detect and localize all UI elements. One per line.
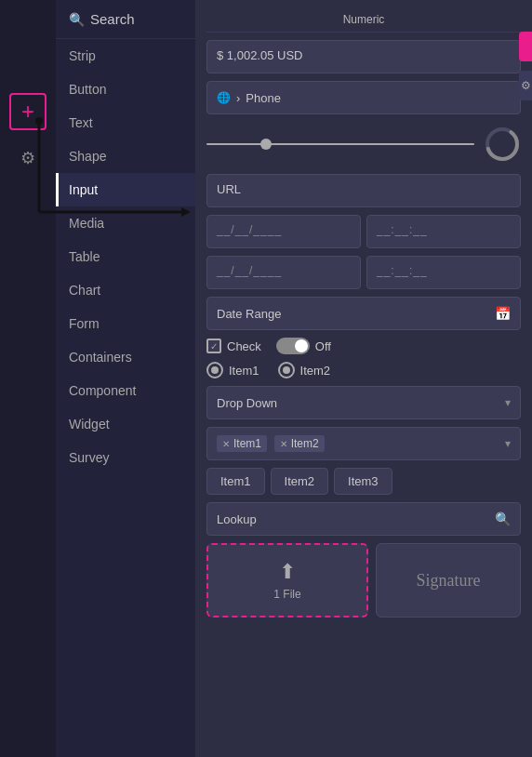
sidebar-item-form[interactable]: Form [56, 307, 195, 340]
date-time-row-1: __/__/____ __:__:__ [206, 215, 521, 248]
time-value-1: __:__:__ [377, 223, 428, 236]
url-label: URL [217, 182, 241, 196]
radio-inner-2 [283, 366, 290, 374]
button-group-item-3[interactable]: Item3 [334, 468, 392, 495]
phone-dropdown-arrow: › [236, 91, 240, 105]
currency-value: $ 1,002.05 USD [217, 48, 303, 62]
tag-remove-icon-1[interactable]: ✕ [222, 439, 230, 449]
radio-outer-2[interactable] [278, 362, 295, 378]
radio-outer-1[interactable] [206, 362, 223, 378]
sidebar-item-media[interactable]: Media [56, 206, 195, 240]
sidebar-item-table[interactable]: Table [56, 240, 195, 273]
date-range-input[interactable]: Date Range 📅 [206, 297, 521, 330]
lookup-label: Lookup [217, 512, 257, 526]
button-group-item-2[interactable]: Item2 [271, 468, 329, 495]
check-toggle-row: ✓ Check Off [206, 338, 521, 354]
lookup-search-icon: 🔍 [495, 511, 511, 526]
plus-icon: + [21, 100, 34, 123]
gear-accent-icon: ⚙ [521, 79, 531, 92]
search-icon: 🔍 [69, 12, 85, 27]
left-panel: + ⚙ [0, 0, 56, 757]
toggle-track[interactable] [276, 338, 310, 354]
numeric-label: Numeric [206, 7, 521, 33]
time-value-2: __:__:__ [377, 264, 428, 277]
gear-accent: ⚙ [519, 71, 532, 100]
dropdown-field[interactable]: Drop Down ▾ [206, 386, 521, 419]
radio-row: Item1 Item2 [206, 362, 521, 378]
checkmark-icon: ✓ [210, 341, 218, 352]
sidebar-item-strip[interactable]: Strip [56, 39, 195, 73]
sidebar-item-survey[interactable]: Survey [56, 441, 195, 474]
url-input[interactable]: URL [206, 174, 521, 207]
sidebar-item-containers[interactable]: Containers [56, 340, 195, 374]
phone-label: Phone [246, 91, 281, 105]
date-input-2[interactable]: __/__/____ [206, 256, 361, 289]
upload-icon: ⬆ [279, 560, 296, 584]
slider-thumb[interactable] [260, 139, 272, 150]
radio-label-1: Item1 [229, 364, 259, 378]
sidebar-item-chart[interactable]: Chart [56, 273, 195, 307]
sidebar-item-widget[interactable]: Widget [56, 407, 195, 441]
upload-label: 1 File [273, 588, 300, 601]
url-field-row: URL [206, 174, 521, 207]
signature-box[interactable]: Signature [376, 543, 521, 618]
date-time-row-2: __/__/____ __:__:__ [206, 256, 521, 289]
search-label: Search [90, 11, 135, 27]
radio-item-2[interactable]: Item2 [278, 362, 331, 378]
phone-input[interactable]: 🌐 › Phone [206, 81, 521, 114]
toggle-label: Off [315, 339, 331, 353]
multiselect-field[interactable]: ✕ Item1 ✕ Item2 ▾ [206, 427, 521, 460]
currency-field-row: $ 1,002.05 USD [206, 40, 521, 73]
main-content: Numeric $ 1,002.05 USD 🌐 › Phone URL __/ [195, 0, 532, 757]
button-group: Item1 Item2 Item3 [206, 468, 521, 495]
phone-flag-icon: 🌐 [217, 91, 231, 104]
search-bar: 🔍 Search [56, 0, 195, 39]
time-input-2[interactable]: __:__:__ [366, 256, 521, 289]
radio-inner-1 [211, 366, 219, 374]
sidebar-item-text[interactable]: Text [56, 106, 195, 139]
tag-item-1[interactable]: ✕ Item1 [217, 435, 267, 452]
date-value-1: __/__/____ [217, 223, 282, 236]
radio-label-2: Item2 [300, 364, 331, 378]
button-group-item-1[interactable]: Item1 [206, 468, 265, 495]
toggle-thumb [295, 339, 308, 352]
dropdown-label: Drop Down [217, 396, 277, 410]
add-button[interactable]: + [9, 93, 47, 130]
sidebar-item-component[interactable]: Component [56, 374, 195, 407]
tag-item-2[interactable]: ✕ Item2 [274, 435, 325, 452]
check-label: Check [227, 339, 261, 353]
multiselect-tags: ✕ Item1 ✕ Item2 [217, 435, 328, 452]
circular-progress [484, 126, 521, 163]
upload-section: ⬆ 1 File Signature [206, 543, 521, 618]
sidebar-item-input[interactable]: Input [56, 173, 195, 206]
multiselect-arrow-icon: ▾ [505, 437, 511, 450]
phone-field-row: 🌐 › Phone [206, 81, 521, 114]
date-input-1[interactable]: __/__/____ [206, 215, 361, 248]
toggle-item[interactable]: Off [276, 338, 331, 354]
date-range-label: Date Range [217, 307, 281, 321]
tag-label-2: Item2 [291, 437, 319, 450]
checkbox-item[interactable]: ✓ Check [206, 339, 261, 353]
sidebar: 🔍 Search Strip Button Text Shape Input M… [56, 0, 195, 757]
pink-accent [519, 32, 532, 61]
slider-track[interactable] [206, 143, 474, 145]
dropdown-arrow-icon: ▾ [505, 396, 511, 409]
radio-item-1[interactable]: Item1 [206, 362, 259, 378]
tag-remove-icon-2[interactable]: ✕ [280, 439, 287, 449]
calendar-icon: 📅 [495, 306, 511, 321]
sidebar-item-button[interactable]: Button [56, 73, 195, 106]
currency-input[interactable]: $ 1,002.05 USD [206, 40, 521, 73]
gear-button[interactable]: ⚙ [9, 139, 47, 177]
checkbox[interactable]: ✓ [206, 339, 221, 353]
sidebar-item-shape[interactable]: Shape [56, 139, 195, 173]
signature-text: Signature [417, 571, 481, 591]
time-input-1[interactable]: __:__:__ [366, 215, 521, 248]
date-value-2: __/__/____ [217, 264, 282, 277]
gear-icon: ⚙ [20, 148, 35, 168]
lookup-field[interactable]: Lookup 🔍 [206, 502, 521, 536]
tag-label-1: Item1 [233, 437, 261, 450]
upload-box[interactable]: ⬆ 1 File [206, 543, 368, 618]
slider-row [206, 122, 521, 166]
